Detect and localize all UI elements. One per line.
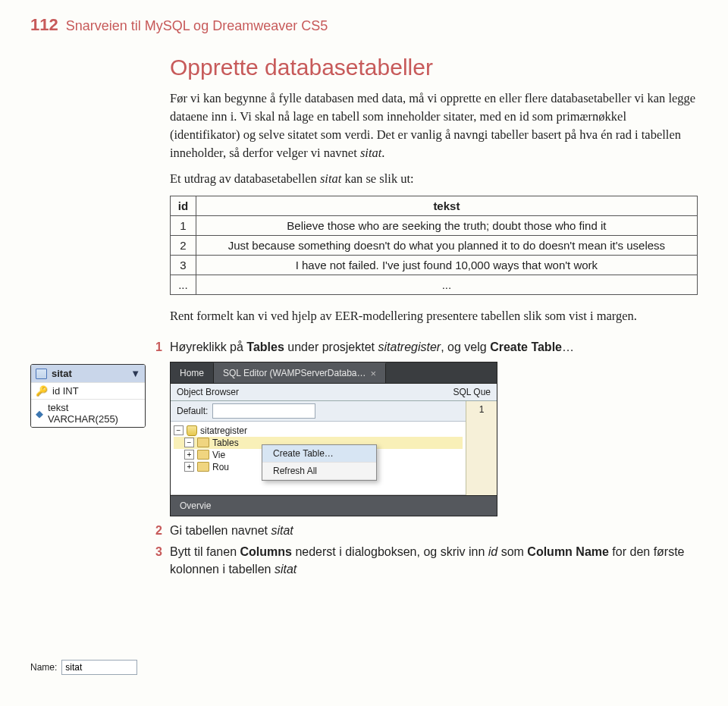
name-field-mock: Name: [30,660,152,675]
eer-header: sitat ▼ [31,365,145,382]
wb-tab-sql-label: SQL Editor (WAMPServerDataba… [223,368,366,378]
wb-tab-home[interactable]: Home [171,362,214,383]
cell-tekst: Just because something doesn't do what y… [196,235,697,255]
wb-panel-labels: Object Browser SQL Que [171,384,497,401]
step-2-text: Gi tabellen navnet sitat [170,522,293,539]
step-3: 3 Bytt til fanen Columns nederst i dialo… [170,544,698,578]
eer-column-row: ◆ tekst VARCHAR(255) [31,399,145,427]
running-head-title: Snarveien til MySQL og Dreamweaver CS5 [66,18,328,34]
table-header-row: id tekst [171,196,698,215]
folder-icon [197,438,209,447]
wb-tree: − sitatregister − Tables [171,422,466,495]
step-1: 1 Høyreklikk på Tables under prosjektet … [170,339,698,356]
extract-term: sitat [320,171,341,186]
t: Høyreklikk på [170,340,246,353]
intro-text: Før vi kan begynne å fylle databasen med… [170,91,695,160]
expand-icon[interactable]: + [184,450,194,460]
wb-object-browser-label: Object Browser [177,387,239,397]
col-id-header: id [171,196,196,215]
menu-create-table[interactable]: Create Table… [262,445,376,463]
wb-default-input[interactable] [212,403,315,419]
table-row: 1 Believe those who are seeking the trut… [171,215,698,235]
wb-db-name: sitatregister [200,425,247,436]
step-number: 3 [149,544,162,560]
after-table-paragraph: Rent formelt kan vi ved hjelp av EER-mod… [170,307,698,325]
cell-id: 1 [171,215,196,235]
step-2: 2 Gi tabellen navnet sitat [170,522,698,539]
collapse-icon[interactable]: − [184,438,194,447]
table-row: 2 Just because something doesn't do what… [171,235,698,255]
eer-column-row: 🔑 id INT [31,382,145,399]
wb-folder-tables: Tables [212,438,239,448]
section-title: Opprette databasetabeller [170,55,698,80]
t-bold: Columns [240,545,292,558]
cell-id: ... [171,275,196,294]
folder-icon [197,462,209,472]
wb-tree-db[interactable]: − sitatregister [174,425,463,437]
t-italic: sitatregister [378,340,441,353]
intro-paragraph: Før vi kan begynne å fylle databasen med… [170,89,698,188]
wb-folder-routines: Rou [212,462,229,472]
wb-tab-sqleditor[interactable]: SQL Editor (WAMPServerDataba… × [214,362,386,383]
t: som [497,545,527,558]
running-header: 112 Snarveien til MySQL og Dreamweaver C… [30,15,698,35]
t-bold: Tables [246,340,284,353]
cell-id: 2 [171,235,196,255]
cell-tekst: Believe those who are seeking the truth;… [196,215,697,235]
t-italic: id [488,545,497,558]
cell-tekst: ... [196,275,697,294]
step-number: 2 [149,522,162,539]
eer-col-id: id INT [52,385,79,397]
data-table: id tekst 1 Believe those who are seeking… [170,196,698,295]
t: Bytt til fanen [170,545,240,558]
database-icon [187,425,197,436]
step-1-text: Høyreklikk på Tables under prosjektet si… [170,339,574,356]
t-italic: sitat [275,563,297,576]
step-number: 1 [149,339,162,356]
wb-tabbar: Home SQL Editor (WAMPServerDataba… × [171,362,497,384]
folder-icon [197,450,209,460]
wb-default-label: Default: [177,406,208,416]
t: Gi tabellen navnet [170,524,271,537]
col-tekst-header: tekst [196,196,697,215]
page-number: 112 [30,15,58,35]
step-3-text: Bytt til fanen Columns nederst i dialogb… [170,544,698,578]
t-bold: Create Table [490,340,562,353]
expand-icon[interactable]: + [184,462,194,472]
name-input[interactable] [61,660,137,675]
t: … [562,340,574,353]
t: nederst i dialogboksen, og skriv inn [292,545,488,558]
eer-col-tekst: tekst VARCHAR(255) [48,402,140,425]
wb-default-schema: Default: [171,401,466,422]
wb-overview-tab[interactable]: Overvie [171,495,497,516]
table-row: ... ... [171,275,698,294]
t-italic: sitat [271,524,293,537]
table-row: 3 I have not failed. I've just found 10,… [171,255,698,275]
extract-lead: Et utdrag av databasetabellen [170,171,320,186]
table-icon [36,369,47,379]
eer-model: sitat ▼ 🔑 id INT ◆ tekst VARCHAR(255) [30,364,146,428]
t-bold: Column Name [527,545,609,558]
t: , og velg [441,340,490,353]
t: under prosjektet [284,340,378,353]
chevron-down-icon: ▼ [130,368,140,379]
wb-sql-query-label: SQL Que [453,387,491,397]
key-icon: 🔑 [36,385,48,397]
eer-title: sitat [52,368,72,379]
intro-term: sitat [360,146,381,160]
diamond-icon: ◆ [36,408,43,419]
workbench-screenshot: Home SQL Editor (WAMPServerDataba… × Obj… [170,362,497,516]
wb-gutter: 1 [466,401,497,495]
wb-folder-views: Vie [212,450,225,460]
intro-tail: . [381,146,384,160]
context-menu: Create Table… Refresh All [262,444,377,481]
cell-id: 3 [171,255,196,275]
extract-tail: kan se slik ut: [341,171,413,186]
cell-tekst: I have not failed. I've just found 10,00… [196,255,697,275]
close-icon[interactable]: × [371,368,377,379]
menu-refresh-all[interactable]: Refresh All [262,463,376,480]
name-label: Name: [30,662,57,673]
collapse-icon[interactable]: − [174,425,184,435]
wb-line-number: 1 [466,401,497,415]
